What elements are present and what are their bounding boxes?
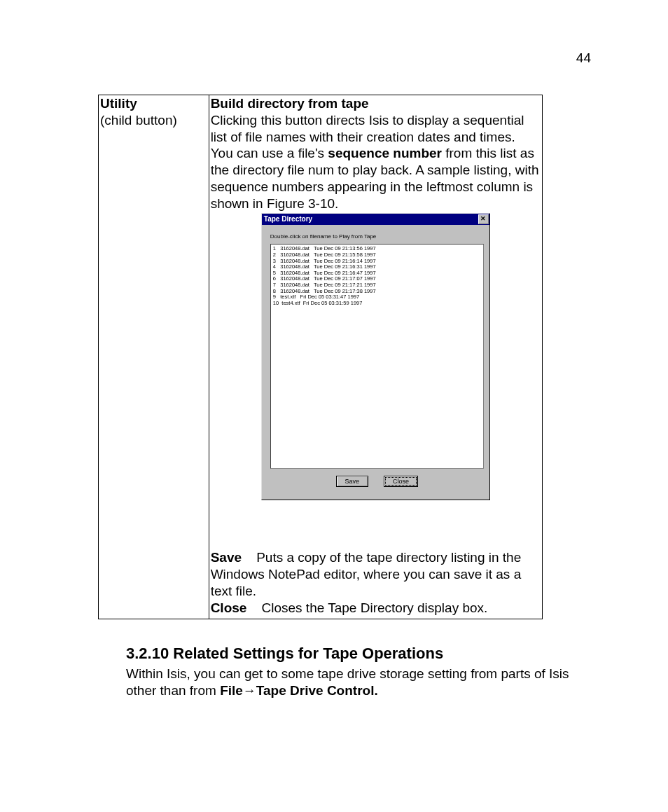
close-icon[interactable]: ✕ xyxy=(478,214,489,224)
close-button[interactable]: Close xyxy=(384,476,418,487)
section-body: Within Isis, you can get to some tape dr… xyxy=(126,666,598,699)
close-term: Close xyxy=(211,600,247,615)
left-cell: Utility (child button) xyxy=(99,95,209,619)
close-desc: Closes the Tape Directory display box. xyxy=(262,600,488,615)
tape-directory-dialog: Tape Directory ✕ Double-click on filenam… xyxy=(261,213,490,500)
save-button[interactable]: Save xyxy=(336,476,369,487)
right-cell: Build directory from tape Clicking this … xyxy=(209,95,542,619)
utility-sub: (child button) xyxy=(100,113,177,128)
save-term: Save xyxy=(211,550,242,565)
dialog-title: Tape Directory xyxy=(264,215,312,224)
section-body-tdc: Tape Drive Control. xyxy=(256,683,378,698)
section-body-file: File xyxy=(220,683,243,698)
file-listbox[interactable]: 1 3162048.dat Tue Dec 09 21:13:56 1997 2… xyxy=(270,244,484,469)
build-dir-heading: Build directory from tape xyxy=(211,96,369,111)
list-item[interactable]: 10 test4.xtf Fri Dec 05 03:31:59 1997 xyxy=(273,301,481,307)
utility-table: Utility (child button) Build directory f… xyxy=(98,95,543,619)
arrow-icon: → xyxy=(243,683,256,698)
intro-bold: sequence number xyxy=(328,146,442,160)
page-number: 44 xyxy=(576,50,591,66)
dialog-titlebar: Tape Directory ✕ xyxy=(262,214,489,225)
section-heading: 3.2.10 Related Settings for Tape Operati… xyxy=(126,645,598,663)
dialog-instruction: Double-click on filename to Play from Ta… xyxy=(270,233,484,240)
save-desc: Puts a copy of the tape directory listin… xyxy=(211,550,522,598)
utility-heading: Utility xyxy=(100,96,137,111)
